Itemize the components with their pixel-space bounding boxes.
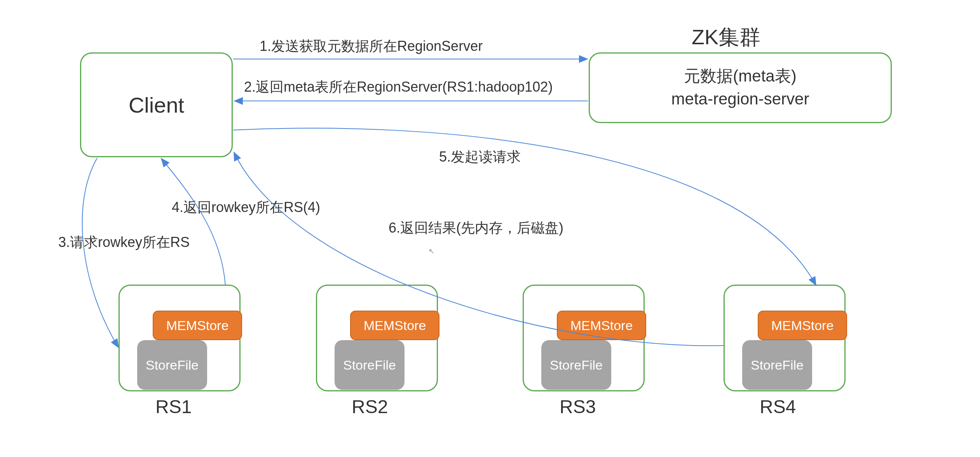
rs2-box: MEMStore StoreFile bbox=[316, 285, 438, 391]
arrow-3 bbox=[82, 158, 119, 348]
edge4-label: 4.返回rowkey所在RS(4) bbox=[172, 198, 320, 217]
zk-line1: 元数据(meta表) bbox=[684, 65, 796, 88]
rs2-memstore: MEMStore bbox=[350, 311, 439, 340]
rs4-label: RS4 bbox=[760, 396, 796, 417]
edge6-label: 6.返回结果(先内存，后磁盘) bbox=[389, 219, 563, 238]
arrow-4 bbox=[161, 158, 225, 285]
cursor-icon: ↖ bbox=[429, 247, 434, 255]
zk-line2: meta-region-server bbox=[671, 88, 809, 111]
rs3-memstore: MEMStore bbox=[557, 311, 646, 340]
rs1-memstore: MEMStore bbox=[153, 311, 242, 340]
edge3-label: 3.请求rowkey所在RS bbox=[58, 233, 190, 252]
edge5-label: 5.发起读请求 bbox=[439, 148, 521, 167]
arrow-5 bbox=[233, 128, 816, 285]
rs3-storefile: StoreFile bbox=[541, 340, 611, 390]
edge1-label: 1.发送获取元数据所在RegionServer bbox=[260, 37, 483, 56]
rs4-memstore: MEMStore bbox=[758, 311, 847, 340]
zk-box: 元数据(meta表) meta-region-server bbox=[589, 52, 892, 123]
client-label: Client bbox=[129, 92, 184, 118]
rs4-storefile: StoreFile bbox=[742, 340, 812, 390]
rs1-label: RS1 bbox=[155, 396, 192, 417]
rs3-label: RS3 bbox=[560, 396, 596, 417]
rs1-storefile: StoreFile bbox=[137, 340, 207, 390]
rs2-storefile: StoreFile bbox=[335, 340, 405, 390]
edge2-label: 2.返回meta表所在RegionServer(RS1:hadoop102) bbox=[244, 78, 553, 97]
arrow-6 bbox=[234, 152, 724, 346]
zk-cluster-title: ZK集群 bbox=[692, 23, 760, 52]
rs2-label: RS2 bbox=[352, 396, 388, 417]
client-box: Client bbox=[80, 52, 233, 157]
rs1-box: MEMStore StoreFile bbox=[119, 285, 241, 391]
rs4-box: MEMStore StoreFile bbox=[724, 285, 846, 391]
rs3-box: MEMStore StoreFile bbox=[523, 285, 645, 391]
